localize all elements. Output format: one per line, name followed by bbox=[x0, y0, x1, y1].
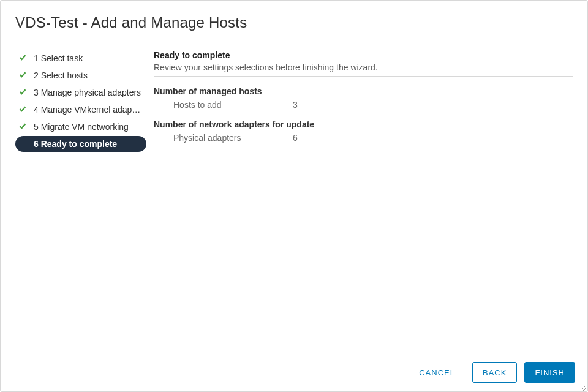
group-title: Number of managed hosts bbox=[154, 86, 573, 96]
cancel-button[interactable]: CANCEL bbox=[409, 362, 465, 383]
summary-group-network-adapters: Number of network adapters for update Ph… bbox=[154, 119, 573, 144]
row-key: Physical adapters bbox=[173, 133, 293, 143]
wizard-step-manage-physical-adapters[interactable]: 3 Manage physical adapters bbox=[15, 85, 146, 100]
svg-line-2 bbox=[585, 390, 586, 391]
group-title: Number of network adapters for update bbox=[154, 119, 573, 129]
wizard-step-migrate-vm-networking[interactable]: 5 Migrate VM networking bbox=[15, 119, 146, 135]
finish-button[interactable]: FINISH bbox=[524, 362, 575, 383]
wizard-dialog: VDS-Test - Add and Manage Hosts 1 Select… bbox=[1, 1, 587, 391]
row-value: 6 bbox=[293, 133, 298, 143]
row-value: 3 bbox=[293, 100, 298, 110]
check-icon bbox=[19, 105, 29, 115]
row-key: Hosts to add bbox=[173, 100, 293, 110]
check-icon bbox=[19, 53, 29, 63]
summary-group-managed-hosts: Number of managed hosts Hosts to add 3 bbox=[154, 86, 573, 111]
step-label: 2 Select hosts bbox=[34, 70, 88, 80]
step-label: 1 Select task bbox=[34, 53, 83, 63]
summary-row: Physical adapters 6 bbox=[154, 132, 573, 144]
content-heading: Ready to complete bbox=[154, 50, 573, 60]
step-label: 6 Ready to complete bbox=[34, 139, 117, 149]
content-description: Review your settings selections before f… bbox=[154, 62, 573, 72]
wizard-step-select-task[interactable]: 1 Select task bbox=[15, 50, 146, 66]
dialog-title: VDS-Test - Add and Manage Hosts bbox=[15, 14, 573, 31]
summary-row: Hosts to add 3 bbox=[154, 99, 573, 111]
check-icon bbox=[19, 122, 29, 132]
wizard-step-select-hosts[interactable]: 2 Select hosts bbox=[15, 67, 146, 83]
step-label: 5 Migrate VM networking bbox=[34, 122, 129, 132]
dialog-footer: CANCEL BACK FINISH bbox=[1, 353, 587, 391]
check-icon bbox=[19, 70, 29, 80]
wizard-step-ready-to-complete[interactable]: 6 Ready to complete bbox=[15, 136, 146, 152]
resize-grip-icon[interactable] bbox=[579, 383, 586, 390]
dialog-header: VDS-Test - Add and Manage Hosts bbox=[1, 1, 587, 35]
step-label: 4 Manage VMkernel adapt… bbox=[34, 105, 141, 115]
content-divider bbox=[154, 76, 573, 77]
wizard-steps: 1 Select task 2 Select hosts 3 Manage ph… bbox=[15, 49, 146, 353]
back-button[interactable]: BACK bbox=[472, 362, 517, 383]
dialog-body: 1 Select task 2 Select hosts 3 Manage ph… bbox=[1, 39, 587, 353]
step-label: 3 Manage physical adapters bbox=[34, 88, 141, 97]
wizard-step-manage-vmkernel-adapters[interactable]: 4 Manage VMkernel adapt… bbox=[15, 102, 146, 118]
check-icon bbox=[19, 88, 29, 97]
wizard-content: Ready to complete Review your settings s… bbox=[154, 49, 573, 353]
